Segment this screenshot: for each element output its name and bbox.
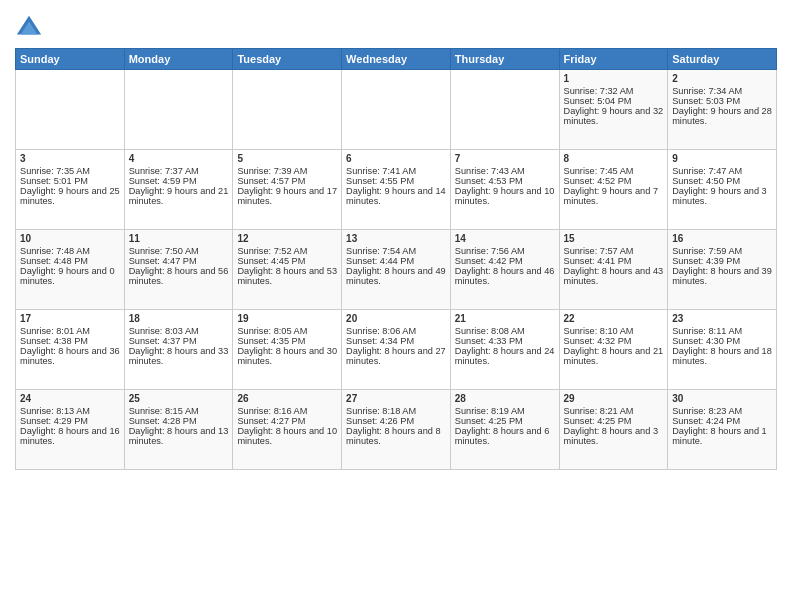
day-number: 13 — [346, 233, 446, 244]
calendar-cell: 29Sunrise: 8:21 AMSunset: 4:25 PMDayligh… — [559, 390, 668, 470]
header-day: Thursday — [450, 49, 559, 70]
header-day: Monday — [124, 49, 233, 70]
calendar-cell — [124, 70, 233, 150]
day-info: Sunrise: 7:39 AM — [237, 166, 337, 176]
day-info: Daylight: 8 hours and 53 minutes. — [237, 266, 337, 286]
calendar-body: 1Sunrise: 7:32 AMSunset: 5:04 PMDaylight… — [16, 70, 777, 470]
day-number: 19 — [237, 313, 337, 324]
day-info: Daylight: 8 hours and 3 minutes. — [564, 426, 664, 446]
day-info: Daylight: 8 hours and 33 minutes. — [129, 346, 229, 366]
day-info: Sunrise: 8:05 AM — [237, 326, 337, 336]
calendar-cell: 9Sunrise: 7:47 AMSunset: 4:50 PMDaylight… — [668, 150, 777, 230]
calendar-cell: 26Sunrise: 8:16 AMSunset: 4:27 PMDayligh… — [233, 390, 342, 470]
day-number: 23 — [672, 313, 772, 324]
calendar-cell: 4Sunrise: 7:37 AMSunset: 4:59 PMDaylight… — [124, 150, 233, 230]
day-info: Sunrise: 7:59 AM — [672, 246, 772, 256]
day-info: Daylight: 8 hours and 39 minutes. — [672, 266, 772, 286]
day-info: Sunset: 4:44 PM — [346, 256, 446, 266]
calendar-week-row: 10Sunrise: 7:48 AMSunset: 4:48 PMDayligh… — [16, 230, 777, 310]
calendar-cell: 24Sunrise: 8:13 AMSunset: 4:29 PMDayligh… — [16, 390, 125, 470]
day-info: Sunrise: 8:21 AM — [564, 406, 664, 416]
day-info: Daylight: 9 hours and 3 minutes. — [672, 186, 772, 206]
calendar-cell: 14Sunrise: 7:56 AMSunset: 4:42 PMDayligh… — [450, 230, 559, 310]
day-number: 5 — [237, 153, 337, 164]
day-number: 26 — [237, 393, 337, 404]
day-info: Daylight: 8 hours and 16 minutes. — [20, 426, 120, 446]
day-info: Sunset: 5:04 PM — [564, 96, 664, 106]
day-info: Daylight: 9 hours and 21 minutes. — [129, 186, 229, 206]
day-info: Sunrise: 8:10 AM — [564, 326, 664, 336]
calendar-cell: 28Sunrise: 8:19 AMSunset: 4:25 PMDayligh… — [450, 390, 559, 470]
day-info: Daylight: 9 hours and 32 minutes. — [564, 106, 664, 126]
day-info: Daylight: 8 hours and 8 minutes. — [346, 426, 446, 446]
day-info: Sunrise: 8:15 AM — [129, 406, 229, 416]
day-info: Sunset: 4:37 PM — [129, 336, 229, 346]
day-info: Daylight: 9 hours and 14 minutes. — [346, 186, 446, 206]
day-number: 6 — [346, 153, 446, 164]
calendar-cell — [342, 70, 451, 150]
day-info: Daylight: 8 hours and 21 minutes. — [564, 346, 664, 366]
day-info: Daylight: 8 hours and 6 minutes. — [455, 426, 555, 446]
calendar-cell: 20Sunrise: 8:06 AMSunset: 4:34 PMDayligh… — [342, 310, 451, 390]
header-day: Saturday — [668, 49, 777, 70]
calendar-cell: 5Sunrise: 7:39 AMSunset: 4:57 PMDaylight… — [233, 150, 342, 230]
header-day: Friday — [559, 49, 668, 70]
day-info: Daylight: 9 hours and 7 minutes. — [564, 186, 664, 206]
day-number: 12 — [237, 233, 337, 244]
page-container: SundayMondayTuesdayWednesdayThursdayFrid… — [0, 0, 792, 478]
day-info: Sunset: 4:25 PM — [564, 416, 664, 426]
day-info: Sunset: 4:35 PM — [237, 336, 337, 346]
day-info: Sunrise: 8:11 AM — [672, 326, 772, 336]
day-info: Sunset: 4:34 PM — [346, 336, 446, 346]
day-number: 22 — [564, 313, 664, 324]
day-info: Sunrise: 8:13 AM — [20, 406, 120, 416]
day-info: Sunrise: 7:54 AM — [346, 246, 446, 256]
day-info: Sunrise: 7:43 AM — [455, 166, 555, 176]
day-info: Sunset: 4:39 PM — [672, 256, 772, 266]
header — [15, 10, 777, 42]
day-number: 24 — [20, 393, 120, 404]
calendar-week-row: 1Sunrise: 7:32 AMSunset: 5:04 PMDaylight… — [16, 70, 777, 150]
day-info: Sunset: 4:47 PM — [129, 256, 229, 266]
day-number: 28 — [455, 393, 555, 404]
day-info: Sunrise: 7:32 AM — [564, 86, 664, 96]
calendar-cell: 11Sunrise: 7:50 AMSunset: 4:47 PMDayligh… — [124, 230, 233, 310]
calendar-cell: 7Sunrise: 7:43 AMSunset: 4:53 PMDaylight… — [450, 150, 559, 230]
calendar-table: SundayMondayTuesdayWednesdayThursdayFrid… — [15, 48, 777, 470]
day-info: Sunset: 4:42 PM — [455, 256, 555, 266]
day-info: Sunset: 4:55 PM — [346, 176, 446, 186]
day-info: Sunset: 4:45 PM — [237, 256, 337, 266]
calendar-header: SundayMondayTuesdayWednesdayThursdayFrid… — [16, 49, 777, 70]
day-number: 2 — [672, 73, 772, 84]
day-number: 27 — [346, 393, 446, 404]
day-info: Daylight: 8 hours and 27 minutes. — [346, 346, 446, 366]
calendar-cell: 19Sunrise: 8:05 AMSunset: 4:35 PMDayligh… — [233, 310, 342, 390]
day-info: Daylight: 9 hours and 28 minutes. — [672, 106, 772, 126]
day-number: 17 — [20, 313, 120, 324]
calendar-cell: 30Sunrise: 8:23 AMSunset: 4:24 PMDayligh… — [668, 390, 777, 470]
day-info: Daylight: 8 hours and 18 minutes. — [672, 346, 772, 366]
day-info: Daylight: 9 hours and 0 minutes. — [20, 266, 120, 286]
calendar-cell: 8Sunrise: 7:45 AMSunset: 4:52 PMDaylight… — [559, 150, 668, 230]
day-info: Daylight: 8 hours and 10 minutes. — [237, 426, 337, 446]
calendar-cell — [16, 70, 125, 150]
day-info: Sunrise: 7:56 AM — [455, 246, 555, 256]
calendar-cell: 18Sunrise: 8:03 AMSunset: 4:37 PMDayligh… — [124, 310, 233, 390]
header-day: Sunday — [16, 49, 125, 70]
day-info: Daylight: 8 hours and 43 minutes. — [564, 266, 664, 286]
day-info: Sunset: 4:26 PM — [346, 416, 446, 426]
day-number: 25 — [129, 393, 229, 404]
day-info: Sunrise: 8:23 AM — [672, 406, 772, 416]
day-info: Daylight: 8 hours and 49 minutes. — [346, 266, 446, 286]
day-number: 15 — [564, 233, 664, 244]
day-info: Sunrise: 8:06 AM — [346, 326, 446, 336]
calendar-cell: 13Sunrise: 7:54 AMSunset: 4:44 PMDayligh… — [342, 230, 451, 310]
calendar-cell: 16Sunrise: 7:59 AMSunset: 4:39 PMDayligh… — [668, 230, 777, 310]
day-info: Sunset: 4:24 PM — [672, 416, 772, 426]
day-info: Sunrise: 8:01 AM — [20, 326, 120, 336]
day-info: Sunset: 4:28 PM — [129, 416, 229, 426]
day-info: Daylight: 8 hours and 30 minutes. — [237, 346, 337, 366]
calendar-cell: 27Sunrise: 8:18 AMSunset: 4:26 PMDayligh… — [342, 390, 451, 470]
calendar-cell: 25Sunrise: 8:15 AMSunset: 4:28 PMDayligh… — [124, 390, 233, 470]
day-info: Sunset: 4:41 PM — [564, 256, 664, 266]
